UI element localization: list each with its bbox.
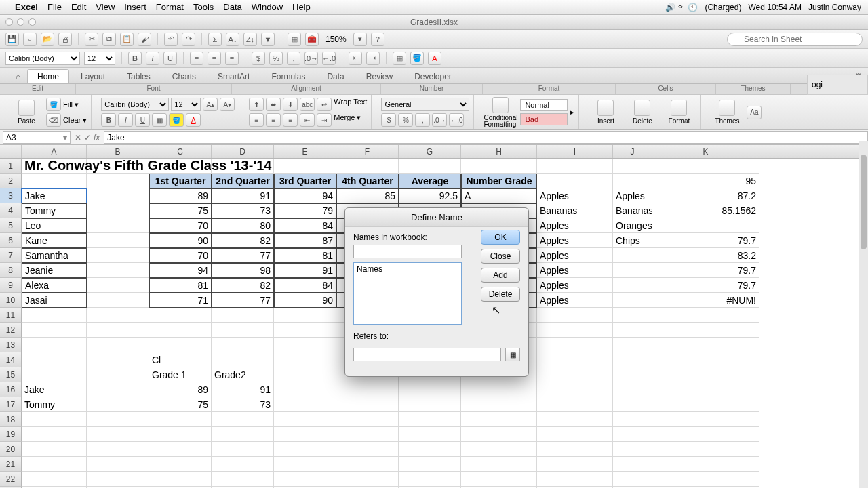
traffic-lights[interactable] [5,18,36,26]
cell[interactable] [212,308,274,323]
cell[interactable] [87,352,149,367]
cell[interactable] [336,427,399,442]
style-bad[interactable]: Bad [520,113,568,125]
print-icon[interactable]: 🖨 [58,33,72,46]
align-top-icon[interactable]: ⬆ [249,98,264,111]
cell[interactable]: Grade 1 [149,367,212,382]
cell[interactable] [652,218,760,233]
cell[interactable]: 81 [149,278,212,293]
cell[interactable] [22,323,87,338]
italic-button[interactable]: I [146,52,159,65]
conditional-formatting-button[interactable]: Conditional Formatting [484,97,517,128]
row-header[interactable]: 17 [0,397,22,412]
tab-charts[interactable]: Charts [162,69,206,83]
cell[interactable] [613,382,652,397]
cell[interactable]: 87 [274,233,336,248]
wrap-text-icon[interactable]: ↩ [317,98,332,111]
enter-formula-icon[interactable]: ✓ [84,133,91,142]
menu-file[interactable]: File [47,2,62,12]
cell[interactable] [613,352,652,367]
cell[interactable]: Apples [537,278,613,293]
cell[interactable] [87,457,149,472]
cell[interactable] [87,263,149,278]
increase-decimal-icon[interactable]: .0→ [304,52,318,65]
cell[interactable]: Average [399,174,461,188]
cell[interactable] [87,427,149,442]
menu-data[interactable]: Data [223,2,241,12]
cell[interactable] [399,159,461,174]
cell[interactable] [212,323,274,338]
cell[interactable]: 1st Quarter [149,174,212,188]
cell[interactable] [613,248,652,263]
cell[interactable] [336,397,399,412]
cell[interactable] [22,338,87,352]
cell[interactable] [274,323,336,338]
cell[interactable] [461,412,537,427]
align-right-icon[interactable]: ≡ [225,52,239,65]
cell[interactable] [613,412,652,427]
zoom-dropdown-icon[interactable]: ▾ [353,33,367,46]
cell[interactable] [274,367,336,382]
align-bottom-icon[interactable]: ⬇ [283,98,298,111]
cell[interactable] [212,472,274,487]
cell[interactable] [87,412,149,427]
cell[interactable] [461,442,537,457]
cell[interactable]: 87.2 [652,188,760,203]
cell[interactable] [274,352,336,367]
h-align-left-icon[interactable]: ≡ [249,113,264,127]
percent-style-icon[interactable]: % [398,113,413,127]
cell[interactable] [613,278,652,293]
tab-layout[interactable]: Layout [71,69,115,83]
cell[interactable] [461,159,537,174]
cell[interactable] [149,308,212,323]
cell[interactable]: 75 [149,397,212,412]
sort-asc-icon[interactable]: A↓ [226,33,239,46]
filter-icon[interactable]: ▼ [261,33,275,46]
cell[interactable] [87,218,149,233]
cell[interactable] [652,442,760,457]
cell[interactable] [22,427,87,442]
indent-left-icon[interactable]: ⇤ [349,52,362,65]
cell[interactable] [613,308,652,323]
name-box[interactable]: A3▾ [3,131,71,144]
cell[interactable] [212,352,274,367]
cell[interactable]: Jasai [22,293,87,308]
cell[interactable]: 79 [274,203,336,218]
cell[interactable]: 90 [274,293,336,308]
borders-icon[interactable]: ▦ [393,52,406,65]
cell[interactable] [212,159,274,174]
cell[interactable] [613,174,652,188]
cell[interactable]: 82 [212,233,274,248]
cell[interactable] [399,412,461,427]
zoom-level[interactable]: 150% [323,35,349,44]
accounting-icon[interactable]: $ [381,113,396,127]
cell[interactable] [399,457,461,472]
tab-review[interactable]: Review [356,69,403,83]
cell[interactable]: Chips [613,233,652,248]
cell[interactable] [274,382,336,397]
cell[interactable] [87,442,149,457]
cell[interactable]: 77 [212,293,274,308]
font-color-icon[interactable]: A [428,52,441,65]
cell[interactable] [149,427,212,442]
cell[interactable]: #NUM! [652,293,760,308]
cell[interactable]: Leo [22,218,87,233]
col-header-H[interactable]: H [461,145,537,158]
cell[interactable] [212,457,274,472]
ribbon-fill-color-icon[interactable]: 🪣 [169,113,184,127]
tab-formulas[interactable]: Formulas [261,69,315,83]
h-align-center-icon[interactable]: ≡ [266,113,281,127]
cell[interactable] [613,442,652,457]
row-header[interactable]: 4 [0,203,22,218]
fx-icon[interactable]: fx [94,133,100,142]
ribbon-font-select[interactable]: Calibri (Body) [101,98,169,111]
fill-color-icon[interactable]: 🪣 [410,52,424,65]
col-header-D[interactable]: D [212,145,274,158]
cell[interactable] [87,278,149,293]
sort-desc-icon[interactable]: Z↓ [243,33,257,46]
cell[interactable] [652,412,760,427]
cell[interactable] [22,352,87,367]
cell[interactable] [22,308,87,323]
row-header[interactable]: 5 [0,218,22,233]
cell[interactable] [399,382,461,397]
